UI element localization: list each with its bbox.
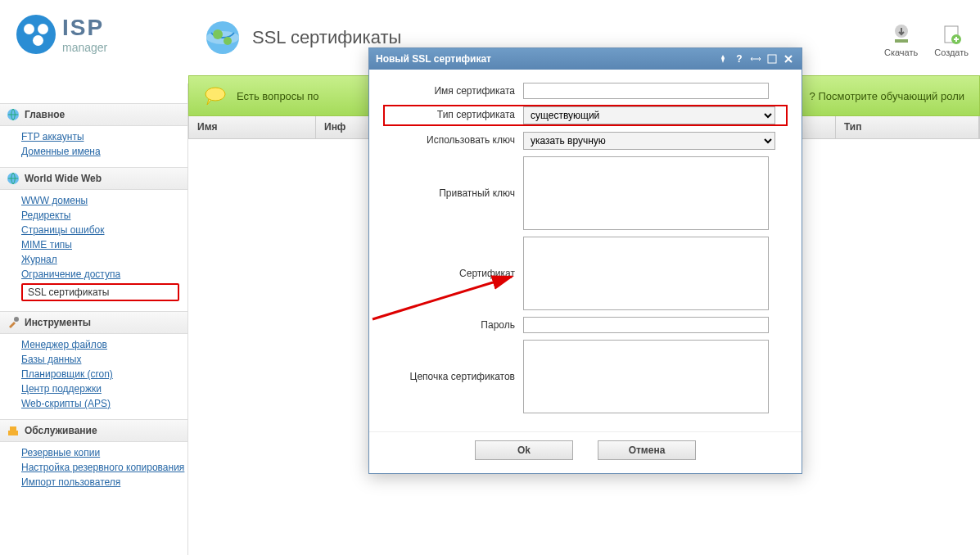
cancel-button[interactable]: Отмена (598, 440, 696, 460)
cert-name-input[interactable] (523, 83, 769, 99)
dialog-titlebar[interactable]: Новый SSL сертификат ? (369, 48, 802, 70)
sidebar-link[interactable]: Резервные копии (21, 447, 100, 458)
sidebar-link[interactable]: Страницы ошибок (21, 224, 104, 236)
globe-icon (7, 108, 20, 121)
sidebar-item[interactable]: Доменные имена (21, 144, 187, 159)
sidebar-link[interactable]: SSL сертификаты (28, 287, 109, 298)
row-key-use: Использовать ключ указать вручную (384, 132, 787, 150)
sidebar-link[interactable]: Менеджер файлов (21, 339, 107, 350)
sidebar-item[interactable]: Настройка резервного копирования (21, 460, 187, 475)
bubble-icon (204, 86, 227, 106)
row-password: Пароль (384, 317, 787, 333)
sidebar-item[interactable]: Редиректы (21, 208, 187, 223)
sidebar-item[interactable]: MIME типы (21, 237, 187, 252)
logo-badge-icon (16, 15, 56, 54)
svg-point-26 (205, 88, 225, 101)
col-name[interactable]: Имя (189, 116, 316, 138)
sidebar-link[interactable]: Web-скрипты (APS) (21, 398, 111, 409)
sidebar-item[interactable]: Центр поддержки (21, 381, 187, 396)
sidebar-link[interactable]: Редиректы (21, 210, 70, 221)
download-icon (890, 23, 913, 46)
sidebar-group-3[interactable]: Обслуживание (0, 419, 187, 442)
private-key-textarea[interactable] (523, 156, 769, 230)
page-title: SSL сертификаты (252, 27, 401, 48)
row-certificate: Сертификат (384, 237, 787, 310)
tools-icon (7, 316, 20, 329)
sidebar-link[interactable]: Базы данных (21, 354, 81, 365)
row-cert-type: Тип сертификата существующий (384, 106, 787, 125)
col-type[interactable]: Тип (836, 116, 979, 138)
maintenance-icon (7, 424, 20, 437)
sidebar-group-0[interactable]: Главное (0, 103, 187, 126)
chain-textarea[interactable] (523, 340, 769, 413)
svg-rect-25 (10, 426, 16, 431)
sidebar-group-2[interactable]: Инструменты (0, 311, 187, 334)
certificate-textarea[interactable] (523, 237, 769, 310)
cert-type-select[interactable]: существующий (523, 106, 775, 124)
sidebar-link[interactable]: Импорт пользователя (21, 476, 120, 488)
key-use-select[interactable]: указать вручную (523, 132, 775, 150)
create-icon (940, 23, 963, 46)
dialog-new-ssl: Новый SSL сертификат ? Имя сертификата Т… (368, 47, 802, 474)
sidebar-link[interactable]: Планировщик (cron) (21, 368, 113, 380)
sidebar-link[interactable]: Журнал (21, 254, 57, 265)
help-icon[interactable]: ? (733, 52, 746, 65)
svg-rect-24 (8, 431, 18, 435)
svg-rect-27 (768, 55, 776, 63)
sidebar-item[interactable]: Страницы ошибок (21, 223, 187, 237)
maximize-icon[interactable] (765, 52, 779, 65)
svg-point-8 (213, 29, 223, 39)
sidebar-item[interactable]: Журнал (21, 252, 187, 267)
row-private-key: Приватный ключ (384, 156, 787, 230)
row-cert-name: Имя сертификата (384, 83, 787, 99)
sidebar-item[interactable]: Планировщик (cron) (21, 367, 187, 381)
sidebar-item[interactable]: Резервные копии (21, 445, 187, 460)
svg-point-9 (224, 37, 232, 45)
svg-point-23 (14, 317, 19, 322)
close-icon[interactable] (782, 52, 795, 65)
sidebar-item[interactable]: SSL сертификаты (21, 283, 179, 301)
sidebar-group-1[interactable]: World Wide Web (0, 167, 187, 190)
sidebar-item[interactable]: FTP аккаунты (21, 129, 187, 144)
ok-button[interactable]: Ok (475, 440, 573, 460)
sidebar-link[interactable]: Центр поддержки (21, 383, 102, 395)
sidebar: ГлавноеFTP аккаунтыДоменные именаWorld W… (0, 83, 188, 555)
sidebar-link[interactable]: FTP аккаунты (21, 131, 84, 142)
download-button[interactable]: Скачать (884, 23, 918, 57)
sidebar-link[interactable]: MIME типы (21, 239, 72, 250)
sidebar-item[interactable]: Базы данных (21, 352, 187, 367)
sidebar-item[interactable]: Ограничение доступа (21, 267, 187, 282)
sidebar-link[interactable]: Доменные имена (21, 146, 101, 157)
create-button[interactable]: Создать (934, 23, 969, 57)
sidebar-link[interactable]: Настройка резервного копирования (21, 462, 184, 473)
svg-rect-11 (895, 39, 908, 43)
sidebar-link[interactable]: Ограничение доступа (21, 268, 120, 280)
pin-icon[interactable] (716, 52, 729, 65)
expand-horizontal-icon[interactable] (749, 52, 762, 65)
logo: ISP manager (16, 15, 107, 54)
sidebar-item[interactable]: Менеджер файлов (21, 337, 187, 352)
sidebar-item[interactable]: Импорт пользователя (21, 475, 187, 490)
sidebar-item[interactable]: WWW домены (21, 193, 187, 208)
globe-icon (7, 172, 20, 185)
row-chain: Цепочка сертификатов (384, 340, 787, 413)
sidebar-item[interactable]: Web-скрипты (APS) (21, 396, 187, 411)
password-input[interactable] (523, 317, 769, 333)
globe-icon (203, 18, 242, 57)
sidebar-link[interactable]: WWW домены (21, 195, 88, 206)
dialog-title-text: Новый SSL сертификат (376, 53, 491, 65)
